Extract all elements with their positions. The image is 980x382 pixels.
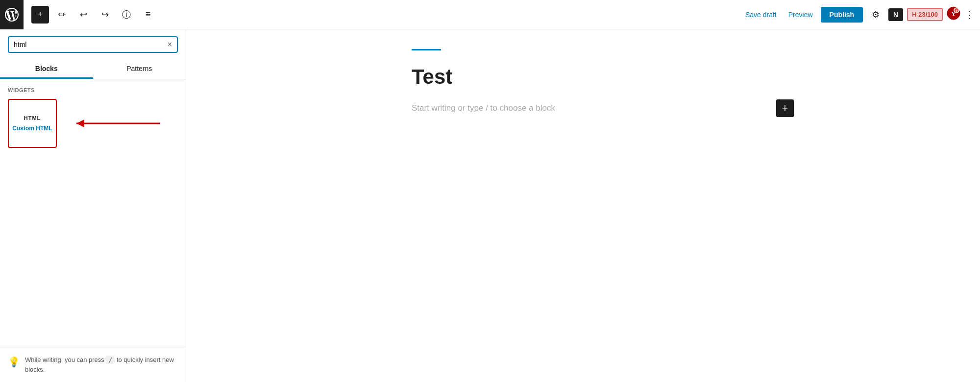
gear-icon: ⚙ (872, 9, 880, 20)
redo-icon: ↪ (101, 9, 109, 20)
post-title[interactable]: Test (412, 65, 755, 89)
tip-text: While writing, you can press / to quickl… (25, 355, 178, 374)
editor-inner: Test Start writing or type / to choose a… (402, 29, 764, 133)
tip-shortcut: / (106, 356, 115, 364)
sidebar: × Blocks Patterns WIDGETS HTML Custom HT… (0, 29, 186, 382)
undo-button[interactable]: ↩ (74, 6, 92, 24)
wp-logo[interactable] (0, 0, 24, 29)
h-score-badge[interactable]: H 23/100 (907, 8, 943, 21)
svg-marker-5 (76, 119, 84, 127)
more-options-button[interactable]: ⋮ (964, 9, 974, 21)
search-input-wrapper: × (8, 36, 178, 53)
editor-top-line (412, 49, 441, 50)
info-icon: ⓘ (122, 9, 131, 21)
widgets-section-label: WIDGETS (8, 87, 178, 93)
yoast-badge[interactable]: Y ● (947, 6, 960, 23)
lightbulb-icon: 💡 (8, 356, 20, 368)
vertical-dots-icon: ⋮ (964, 9, 974, 21)
blocks-list: WIDGETS HTML Custom HTML (0, 79, 186, 347)
custom-html-block-item[interactable]: HTML Custom HTML (8, 99, 57, 148)
settings-button[interactable]: ⚙ (867, 6, 884, 24)
toolbar: + ✏ ↩ ↪ ⓘ ≡ Save draft Preview Publish ⚙… (0, 0, 980, 29)
undo-icon: ↩ (80, 9, 87, 20)
tip-section: 💡 While writing, you can press / to quic… (0, 347, 186, 382)
tabs: Blocks Patterns (0, 60, 186, 79)
tab-blocks[interactable]: Blocks (0, 60, 93, 79)
svg-text:●: ● (956, 9, 957, 12)
redo-button[interactable]: ↪ (96, 6, 114, 24)
list-view-button[interactable]: ≡ (139, 6, 157, 24)
editor-area: Test Start writing or type / to choose a… (186, 29, 980, 382)
block-name-label: Custom HTML (12, 125, 52, 132)
main-layout: × Blocks Patterns WIDGETS HTML Custom HT… (0, 29, 980, 382)
add-block-button[interactable]: + (31, 6, 49, 24)
add-block-inline-button[interactable]: + (776, 99, 794, 117)
search-bar: × (0, 29, 186, 60)
search-input[interactable] (14, 41, 165, 48)
notion-badge[interactable]: N (888, 8, 903, 21)
save-draft-button[interactable]: Save draft (741, 8, 781, 22)
info-button[interactable]: ⓘ (118, 6, 135, 24)
clear-search-button[interactable]: × (168, 40, 172, 49)
pencil-icon: ✏ (58, 9, 66, 20)
list-icon: ≡ (146, 9, 151, 20)
red-arrow (67, 114, 165, 133)
publish-button[interactable]: Publish (821, 7, 863, 23)
toolbar-right: Save draft Preview Publish ⚙ N H 23/100 … (741, 6, 974, 24)
block-type-label: HTML (24, 115, 41, 121)
edit-button[interactable]: ✏ (53, 6, 71, 24)
tab-patterns[interactable]: Patterns (93, 60, 186, 79)
preview-button[interactable]: Preview (784, 8, 817, 22)
post-placeholder[interactable]: Start writing or type / to choose a bloc… (412, 103, 555, 113)
